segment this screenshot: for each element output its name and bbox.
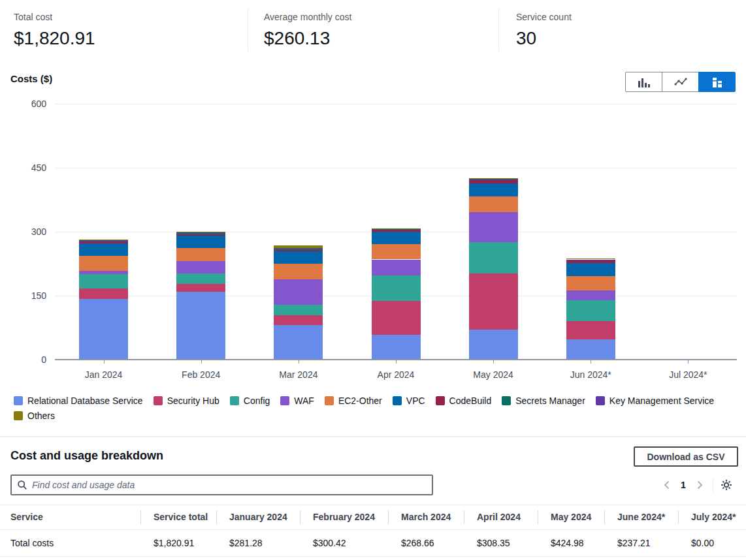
bar-segment[interactable] — [469, 183, 518, 196]
bar-segment[interactable] — [79, 288, 128, 299]
legend-item[interactable]: WAF — [280, 394, 314, 407]
legend-item[interactable]: Config — [230, 394, 270, 407]
legend-item[interactable]: EC2-Other — [325, 394, 382, 407]
legend-item[interactable]: CodeBuild — [436, 394, 492, 407]
legend-label: Config — [244, 396, 270, 406]
bar-segment[interactable] — [274, 279, 323, 305]
column-header[interactable]: February 2024 — [300, 505, 388, 529]
column-header[interactable]: April 2024 — [464, 505, 538, 529]
bar-segment[interactable] — [372, 244, 421, 260]
bar-segment[interactable] — [566, 290, 615, 300]
bar-segment[interactable] — [176, 234, 225, 236]
bar-segment[interactable] — [566, 260, 615, 262]
next-page-button[interactable] — [691, 476, 708, 494]
bar-segment[interactable] — [79, 241, 128, 243]
current-page-number[interactable]: 1 — [675, 480, 691, 490]
bar-segment[interactable] — [79, 240, 128, 240]
previous-page-button[interactable] — [658, 476, 675, 494]
bar-segment[interactable] — [566, 260, 615, 260]
stacked-bar-chart-toggle-button[interactable] — [698, 72, 736, 92]
bar-segment[interactable] — [566, 260, 615, 260]
bar-segment[interactable] — [176, 236, 225, 248]
column-header[interactable]: Service — [0, 505, 140, 529]
y-axis-tick-label: 150 — [14, 289, 46, 302]
bar-segment[interactable] — [274, 251, 323, 264]
bar-segment[interactable] — [566, 263, 615, 276]
bar-segment[interactable] — [79, 240, 128, 241]
bar-segment[interactable] — [469, 242, 518, 273]
bar-segment[interactable] — [372, 230, 421, 232]
bar-segment[interactable] — [469, 179, 518, 180]
bar-segment[interactable] — [274, 325, 323, 360]
bar-chart-toggle-button[interactable] — [625, 72, 662, 92]
legend-swatch — [436, 396, 445, 405]
bar-segment[interactable] — [372, 228, 421, 229]
search-input[interactable] — [32, 480, 427, 490]
legend-item[interactable]: VPC — [393, 394, 425, 407]
bar-segment[interactable] — [469, 212, 518, 242]
column-header[interactable]: March 2024 — [388, 505, 464, 529]
bar-segment[interactable] — [469, 179, 518, 179]
bar-segment[interactable] — [79, 299, 128, 360]
table-header-row: ServiceService totalJanuary 2024February… — [0, 505, 746, 530]
bar-segment[interactable] — [566, 339, 615, 360]
bar-segment[interactable] — [176, 248, 225, 261]
bar-segment[interactable] — [566, 321, 615, 339]
x-axis-label: Mar 2024 — [256, 369, 341, 380]
legend-label: WAF — [294, 396, 314, 406]
bar-segment[interactable] — [372, 260, 421, 275]
column-header[interactable]: June 2024* — [604, 505, 678, 529]
legend-item[interactable]: Relational Database Service — [14, 394, 143, 407]
bar-segment[interactable] — [176, 233, 225, 234]
bar-segment[interactable] — [372, 335, 421, 360]
legend-item[interactable]: Others — [14, 409, 55, 422]
table-cell: $237.21 — [604, 531, 678, 556]
bar-segment[interactable] — [274, 315, 323, 325]
bar-segment[interactable] — [372, 301, 421, 335]
bar-segment[interactable] — [79, 243, 128, 255]
bar-segment[interactable] — [274, 250, 323, 251]
bar-segment[interactable] — [176, 232, 225, 233]
bar-segment[interactable] — [566, 300, 615, 321]
x-axis-tick — [104, 360, 105, 364]
chevron-left-icon — [662, 480, 672, 490]
stat-label: Average monthly cost — [264, 10, 351, 23]
table-settings-button[interactable] — [718, 476, 735, 494]
column-header[interactable]: January 2024 — [216, 505, 300, 529]
search-box[interactable] — [10, 474, 433, 495]
x-axis-label: May 2024 — [451, 369, 536, 380]
bar-segment[interactable] — [566, 276, 615, 290]
bar-segment[interactable] — [176, 284, 225, 292]
bar-segment[interactable] — [469, 196, 518, 212]
bar-segment[interactable] — [372, 275, 421, 301]
bar-segment[interactable] — [469, 330, 518, 360]
bar-segment[interactable] — [79, 256, 128, 272]
bar-segment[interactable] — [469, 178, 518, 179]
column-header[interactable]: July 2024* — [678, 505, 746, 529]
bar-segment[interactable] — [469, 180, 518, 183]
column-header[interactable]: May 2024 — [538, 505, 604, 529]
bar-segment[interactable] — [274, 248, 323, 249]
bar-segment[interactable] — [79, 271, 128, 274]
column-header[interactable]: Service total — [140, 505, 216, 529]
bar-segment[interactable] — [274, 249, 323, 250]
x-axis-label: Jun 2024* — [548, 369, 633, 380]
stat-total-cost: Total cost $1,820.91 — [14, 10, 95, 51]
bar-segment[interactable] — [176, 292, 225, 360]
bar-segment[interactable] — [176, 261, 225, 273]
line-chart-toggle-button[interactable] — [662, 72, 699, 92]
bar-segment[interactable] — [566, 258, 615, 259]
bar-segment[interactable] — [372, 228, 421, 229]
bar-segment[interactable] — [469, 273, 518, 330]
bar-segment[interactable] — [79, 274, 128, 288]
bar-segment[interactable] — [274, 305, 323, 315]
legend-item[interactable]: Key Management Service — [596, 394, 714, 407]
table-cell: $424.98 — [538, 531, 604, 556]
bar-segment[interactable] — [274, 264, 323, 279]
bar-segment[interactable] — [274, 245, 323, 248]
bar-segment[interactable] — [176, 273, 225, 284]
download-csv-button[interactable]: Download as CSV — [634, 446, 738, 467]
legend-item[interactable]: Security Hub — [154, 394, 219, 407]
legend-item[interactable]: Secrets Manager — [502, 394, 585, 407]
bar-segment[interactable] — [372, 232, 421, 244]
